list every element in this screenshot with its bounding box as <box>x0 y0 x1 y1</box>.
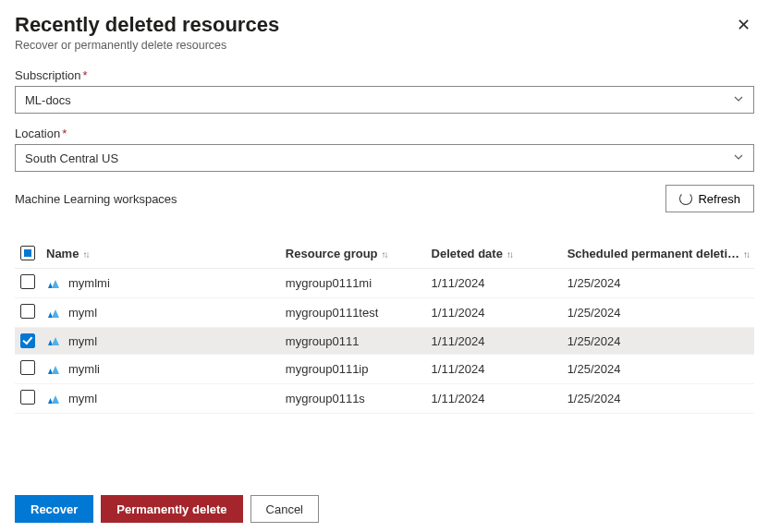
cancel-button[interactable]: Cancel <box>250 495 319 523</box>
scheduled-delete-date: 1/25/2024 <box>562 298 754 328</box>
page-subtitle: Recover or permanently delete resources <box>15 39 279 52</box>
location-value: South Central US <box>25 151 118 165</box>
subscription-select[interactable]: ML-docs <box>15 86 754 114</box>
resource-group: mygroup0111mi <box>280 269 426 298</box>
workspace-name: mymli <box>68 362 100 376</box>
scheduled-delete-date: 1/25/2024 <box>562 328 754 355</box>
subscription-label: Subscription* <box>15 68 754 82</box>
svg-marker-4 <box>48 340 53 345</box>
resource-group: mygroup0111s <box>280 384 426 414</box>
svg-marker-7 <box>52 366 59 374</box>
refresh-icon <box>679 192 692 205</box>
subscription-value: ML-docs <box>25 93 71 107</box>
chevron-down-icon <box>733 93 744 107</box>
deleted-date: 1/11/2024 <box>426 328 562 355</box>
workspace-name: myml <box>68 334 97 348</box>
svg-marker-2 <box>48 312 53 318</box>
resource-group: mygroup0111 <box>280 328 426 355</box>
sort-icon: ↑↓ <box>382 249 387 260</box>
resource-group: mygroup0111ip <box>280 355 426 384</box>
deleted-date: 1/11/2024 <box>426 269 562 298</box>
workspace-name: myml <box>68 392 97 405</box>
workspace-name: mymlmi <box>68 276 110 290</box>
row-checkbox[interactable] <box>20 304 35 319</box>
scheduled-delete-date: 1/25/2024 <box>562 355 754 384</box>
table-row[interactable]: mymlmygroup01111/11/20241/25/2024 <box>15 328 754 355</box>
table-row[interactable]: mymlmimygroup0111mi1/11/20241/25/2024 <box>15 269 754 298</box>
col-header-name[interactable]: Name↑↓ <box>41 238 280 269</box>
svg-marker-8 <box>48 398 53 404</box>
workspace-icon <box>46 306 61 320</box>
select-all-checkbox[interactable] <box>20 246 35 260</box>
workspaces-table: Name↑↓ Resource group↑↓ Deleted date↑↓ S… <box>15 238 754 414</box>
resource-group: mygroup0111test <box>280 298 426 328</box>
section-heading: Machine Learning workspaces <box>15 192 177 206</box>
scheduled-delete-date: 1/25/2024 <box>562 384 754 414</box>
row-checkbox[interactable] <box>20 333 35 348</box>
svg-marker-9 <box>52 395 59 404</box>
location-label: Location* <box>15 127 754 140</box>
svg-marker-0 <box>48 283 53 288</box>
workspace-name: myml <box>68 306 97 320</box>
svg-marker-6 <box>48 369 53 374</box>
table-row[interactable]: mymlimygroup0111ip1/11/20241/25/2024 <box>15 355 754 384</box>
col-header-scheduled-delete[interactable]: Scheduled permanent deleti…↑↓ <box>562 238 754 269</box>
chevron-down-icon <box>733 151 744 165</box>
sort-icon: ↑↓ <box>507 249 512 260</box>
close-icon[interactable]: ✕ <box>733 13 754 37</box>
col-header-deleted-date[interactable]: Deleted date↑↓ <box>426 238 562 269</box>
svg-marker-1 <box>52 280 59 288</box>
row-checkbox[interactable] <box>20 274 35 289</box>
refresh-label: Refresh <box>698 192 740 206</box>
sort-icon: ↑↓ <box>743 249 749 260</box>
svg-marker-3 <box>52 309 59 318</box>
deleted-date: 1/11/2024 <box>426 298 562 328</box>
table-row[interactable]: mymlmygroup0111s1/11/20241/25/2024 <box>15 384 754 414</box>
col-header-resource-group[interactable]: Resource group↑↓ <box>280 238 426 269</box>
scheduled-delete-date: 1/25/2024 <box>562 269 754 298</box>
workspace-icon <box>46 276 61 291</box>
svg-marker-5 <box>52 337 59 345</box>
workspace-icon <box>46 333 61 348</box>
page-title: Recently deleted resources <box>15 13 279 37</box>
deleted-date: 1/11/2024 <box>426 355 562 384</box>
permanently-delete-button[interactable]: Permanently delete <box>101 495 242 523</box>
workspace-icon <box>46 392 61 406</box>
row-checkbox[interactable] <box>20 390 35 405</box>
location-select[interactable]: South Central US <box>15 144 754 172</box>
workspace-icon <box>46 362 61 377</box>
row-checkbox[interactable] <box>20 360 35 375</box>
refresh-button[interactable]: Refresh <box>665 185 754 212</box>
deleted-date: 1/11/2024 <box>426 384 562 414</box>
sort-icon: ↑↓ <box>82 249 88 260</box>
table-row[interactable]: mymlmygroup0111test1/11/20241/25/2024 <box>15 298 754 328</box>
recover-button[interactable]: Recover <box>15 495 93 523</box>
